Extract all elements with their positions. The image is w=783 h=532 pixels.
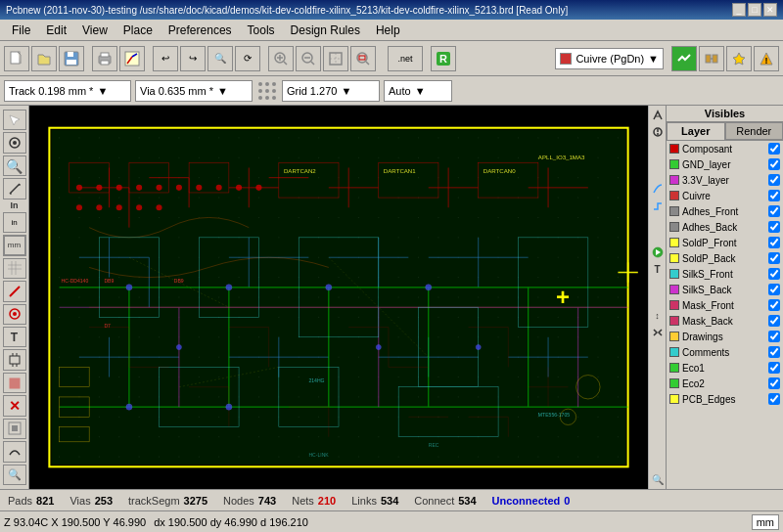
undo-button[interactable]: ↩: [153, 46, 178, 71]
menu-view[interactable]: View: [74, 22, 115, 39]
new-button[interactable]: [4, 46, 29, 71]
refresh-button[interactable]: ⟳: [235, 46, 260, 71]
layer-color-box: [669, 363, 679, 373]
rvt-magnifier-btn[interactable]: 🔍: [650, 471, 666, 487]
rvt-btn-1[interactable]: [650, 108, 666, 123]
layer-visibility-checkbox[interactable]: [768, 174, 780, 186]
rvt-drc-run-btn[interactable]: [650, 244, 666, 260]
measure-tool[interactable]: [3, 178, 26, 199]
add-text-tool[interactable]: T: [3, 327, 26, 347]
menu-file[interactable]: File: [4, 22, 38, 39]
layer-row[interactable]: Eco2: [667, 376, 783, 391]
rvt-mirror-btn[interactable]: [650, 325, 666, 340]
rvt-interactive-route-btn[interactable]: [650, 198, 666, 213]
draw-zone-tool[interactable]: [3, 373, 26, 393]
mm-toggle[interactable]: mm: [3, 235, 26, 256]
zoom-select-button[interactable]: [350, 46, 376, 71]
search-tool[interactable]: 🔍: [3, 465, 26, 485]
layer-visibility-checkbox[interactable]: [768, 143, 780, 155]
layer-visibility-checkbox[interactable]: [768, 299, 780, 311]
highlight-net-tool[interactable]: [3, 132, 26, 153]
zoom-out-button[interactable]: [296, 46, 321, 71]
layer-row[interactable]: Mask_Back: [667, 313, 783, 329]
search-button[interactable]: 🔍: [207, 46, 233, 71]
layer-row[interactable]: Adhes_Front: [667, 203, 783, 219]
grid-selector[interactable]: Grid 1.270 ▼: [282, 80, 380, 102]
menu-help[interactable]: Help: [368, 22, 408, 39]
microwave-tool[interactable]: [3, 441, 26, 462]
save-button[interactable]: [59, 46, 84, 71]
route-track-tool[interactable]: [3, 281, 26, 301]
layer-visibility-checkbox[interactable]: [768, 268, 780, 280]
delete-tool[interactable]: ✕: [3, 395, 26, 416]
layer-visibility-checkbox[interactable]: [768, 284, 780, 295]
layer-visibility-checkbox[interactable]: [768, 252, 780, 264]
layer-row[interactable]: Cuivre: [667, 188, 783, 203]
tab-render[interactable]: Render: [725, 122, 784, 140]
drc-button[interactable]: [671, 46, 697, 71]
layer-row[interactable]: SilkS_Front: [667, 266, 783, 282]
track-selector[interactable]: Track 0.198 mm * ▼: [4, 80, 131, 102]
layer-row[interactable]: GND_layer: [667, 156, 783, 172]
layer-visibility-checkbox[interactable]: [768, 158, 780, 170]
redo-button[interactable]: ↪: [180, 46, 206, 71]
menu-design-rules[interactable]: Design Rules: [283, 22, 368, 39]
plot-button[interactable]: [119, 46, 145, 71]
grid-toggle[interactable]: [3, 258, 26, 279]
menu-place[interactable]: Place: [115, 22, 161, 39]
nodes-label: Nodes: [223, 495, 254, 507]
menu-edit[interactable]: Edit: [38, 22, 74, 39]
maximize-button[interactable]: □: [748, 3, 761, 17]
rvt-arrow-btn[interactable]: ↕: [650, 308, 666, 324]
open-button[interactable]: [31, 46, 57, 71]
layer-visibility-checkbox[interactable]: [768, 362, 780, 374]
select-tool[interactable]: [3, 110, 26, 130]
layer-row[interactable]: Eco1: [667, 360, 783, 376]
zoom-tool[interactable]: 🔍: [3, 155, 26, 176]
print-button[interactable]: [92, 46, 117, 71]
rvt-route-btn[interactable]: [650, 181, 666, 197]
layer-row[interactable]: Comments: [667, 344, 783, 360]
layer-row[interactable]: SoldP_Front: [667, 235, 783, 250]
push-pad-tool[interactable]: [3, 419, 26, 439]
add-module-tool[interactable]: [3, 349, 26, 370]
warning-button[interactable]: !: [754, 46, 779, 71]
rvt-btn-2[interactable]: [650, 124, 666, 140]
layer-row[interactable]: PCB_Edges: [667, 391, 783, 407]
layer-visibility-checkbox[interactable]: [768, 190, 780, 201]
layer-row[interactable]: 3.3V_layer: [667, 172, 783, 188]
layer-visibility-checkbox[interactable]: [768, 377, 780, 389]
zoom-selector[interactable]: Auto ▼: [384, 80, 452, 102]
layer-row[interactable]: Drawings: [667, 329, 783, 344]
layer-selector[interactable]: Cuivre (PgDn) ▼: [555, 48, 664, 69]
layer-row[interactable]: SoldP_Back: [667, 250, 783, 266]
layer-row[interactable]: Adhes_Back: [667, 219, 783, 235]
highlight-button[interactable]: [726, 46, 752, 71]
layer-row[interactable]: Composant: [667, 141, 783, 156]
layer-visibility-checkbox[interactable]: [768, 315, 780, 327]
net-inspector-button[interactable]: .net: [388, 46, 423, 71]
zoom-fit-button[interactable]: [323, 46, 348, 71]
tab-layer[interactable]: Layer: [667, 122, 725, 140]
layer-visibility-checkbox[interactable]: [768, 205, 780, 217]
layer-visibility-checkbox[interactable]: [768, 346, 780, 358]
layers-list: ComposantGND_layer3.3V_layerCuivreAdhes_…: [667, 141, 783, 489]
ratsnest-button[interactable]: R: [431, 46, 456, 71]
minimize-button[interactable]: _: [732, 3, 746, 17]
layer-visibility-checkbox[interactable]: [768, 237, 780, 248]
pcb-canvas[interactable]: DARTCAN2 DARTCAN1 DARTCAN0 APLL_IO3_1MA3: [29, 106, 648, 489]
layer-visibility-checkbox[interactable]: [768, 221, 780, 233]
layer-visibility-checkbox[interactable]: [768, 393, 780, 405]
layer-visibility-checkbox[interactable]: [768, 331, 780, 342]
via-selector[interactable]: Via 0.635 mm * ▼: [135, 80, 253, 102]
menu-preferences[interactable]: Preferences: [161, 22, 240, 39]
inch-toggle[interactable]: in: [3, 212, 26, 233]
layer-row[interactable]: SilkS_Back: [667, 282, 783, 297]
zoom-in-button[interactable]: [268, 46, 294, 71]
add-via-tool[interactable]: [3, 304, 26, 325]
layer-row[interactable]: Mask_Front: [667, 297, 783, 313]
menu-tools[interactable]: Tools: [240, 22, 283, 39]
rvt-text-btn[interactable]: T: [650, 261, 666, 277]
components-button[interactable]: [699, 46, 724, 71]
close-button[interactable]: ✕: [763, 3, 777, 17]
